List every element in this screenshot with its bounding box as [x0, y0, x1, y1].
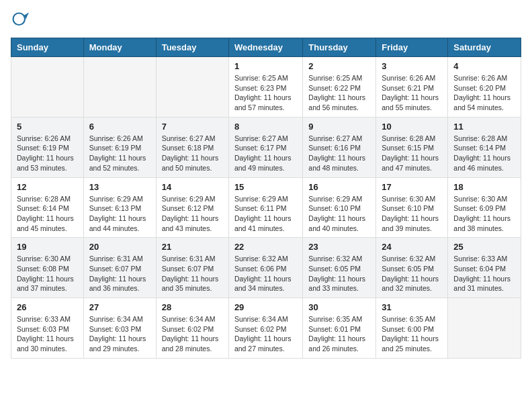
calendar-cell: 4Sunrise: 6:26 AM Sunset: 6:20 PM Daylig…: [448, 57, 521, 118]
day-number: 16: [308, 182, 370, 192]
weekday-header: Thursday: [303, 38, 376, 57]
day-number: 10: [382, 122, 442, 132]
day-number: 30: [308, 302, 370, 312]
calendar-cell: 17Sunrise: 6:30 AM Sunset: 6:10 PM Dayli…: [376, 177, 448, 238]
day-number: 25: [453, 242, 515, 252]
day-info: Sunrise: 6:29 AM Sunset: 6:10 PM Dayligh…: [308, 194, 370, 234]
day-info: Sunrise: 6:29 AM Sunset: 6:11 PM Dayligh…: [234, 194, 297, 234]
day-number: 17: [382, 182, 442, 192]
day-info: Sunrise: 6:28 AM Sunset: 6:15 PM Dayligh…: [382, 134, 442, 173]
calendar-cell: 28Sunrise: 6:34 AM Sunset: 6:02 PM Dayli…: [156, 298, 228, 359]
day-number: 20: [89, 242, 150, 252]
day-info: Sunrise: 6:26 AM Sunset: 6:21 PM Dayligh…: [382, 73, 442, 113]
day-info: Sunrise: 6:25 AM Sunset: 6:22 PM Dayligh…: [308, 73, 370, 113]
calendar-cell: 23Sunrise: 6:32 AM Sunset: 6:05 PM Dayli…: [303, 238, 376, 298]
calendar-cell: 6Sunrise: 6:26 AM Sunset: 6:19 PM Daylig…: [83, 117, 156, 177]
calendar-cell: [448, 298, 521, 359]
calendar-cell: 13Sunrise: 6:29 AM Sunset: 6:13 PM Dayli…: [83, 177, 156, 238]
day-number: 27: [89, 302, 150, 312]
svg-point-0: [13, 13, 26, 26]
day-number: 15: [234, 182, 297, 192]
day-number: 23: [308, 242, 370, 252]
day-number: 6: [89, 122, 150, 132]
day-number: 3: [382, 61, 442, 71]
day-number: 29: [234, 302, 297, 312]
day-number: 11: [453, 122, 515, 132]
weekday-header: Tuesday: [156, 38, 228, 57]
calendar-cell: 12Sunrise: 6:28 AM Sunset: 6:14 PM Dayli…: [11, 177, 84, 238]
day-info: Sunrise: 6:29 AM Sunset: 6:12 PM Dayligh…: [162, 194, 223, 234]
calendar-cell: 25Sunrise: 6:33 AM Sunset: 6:04 PM Dayli…: [448, 238, 521, 298]
day-number: 19: [17, 242, 78, 252]
day-info: Sunrise: 6:35 AM Sunset: 6:01 PM Dayligh…: [308, 314, 370, 354]
day-number: 13: [89, 182, 150, 192]
calendar-cell: 22Sunrise: 6:32 AM Sunset: 6:06 PM Dayli…: [228, 238, 302, 298]
calendar-cell: 27Sunrise: 6:34 AM Sunset: 6:03 PM Dayli…: [83, 298, 156, 359]
day-info: Sunrise: 6:34 AM Sunset: 6:02 PM Dayligh…: [162, 314, 223, 354]
day-number: 14: [162, 182, 223, 192]
day-number: 1: [234, 61, 297, 71]
page-header: [11, 11, 521, 30]
day-number: 8: [234, 122, 297, 132]
day-info: Sunrise: 6:34 AM Sunset: 6:02 PM Dayligh…: [234, 314, 297, 354]
calendar-cell: 9Sunrise: 6:27 AM Sunset: 6:16 PM Daylig…: [303, 117, 376, 177]
calendar-cell: 10Sunrise: 6:28 AM Sunset: 6:15 PM Dayli…: [376, 117, 448, 177]
calendar-cell: [156, 57, 228, 118]
day-number: 4: [453, 61, 515, 71]
calendar-cell: 2Sunrise: 6:25 AM Sunset: 6:22 PM Daylig…: [303, 57, 376, 118]
calendar-cell: 1Sunrise: 6:25 AM Sunset: 6:23 PM Daylig…: [228, 57, 302, 118]
calendar-cell: 30Sunrise: 6:35 AM Sunset: 6:01 PM Dayli…: [303, 298, 376, 359]
day-number: 18: [453, 182, 515, 192]
day-info: Sunrise: 6:33 AM Sunset: 6:03 PM Dayligh…: [17, 314, 78, 354]
calendar-cell: 3Sunrise: 6:26 AM Sunset: 6:21 PM Daylig…: [376, 57, 448, 118]
day-info: Sunrise: 6:31 AM Sunset: 6:07 PM Dayligh…: [162, 254, 223, 293]
day-info: Sunrise: 6:28 AM Sunset: 6:14 PM Dayligh…: [17, 194, 78, 234]
weekday-header: Sunday: [11, 38, 84, 57]
day-number: 26: [17, 302, 78, 312]
day-info: Sunrise: 6:27 AM Sunset: 6:18 PM Dayligh…: [162, 134, 223, 173]
calendar-cell: 15Sunrise: 6:29 AM Sunset: 6:11 PM Dayli…: [228, 177, 302, 238]
day-number: 7: [162, 122, 223, 132]
day-info: Sunrise: 6:30 AM Sunset: 6:08 PM Dayligh…: [17, 254, 78, 293]
day-number: 2: [308, 61, 370, 71]
weekday-header: Saturday: [448, 38, 521, 57]
weekday-header: Monday: [83, 38, 156, 57]
calendar-cell: 16Sunrise: 6:29 AM Sunset: 6:10 PM Dayli…: [303, 177, 376, 238]
day-info: Sunrise: 6:31 AM Sunset: 6:07 PM Dayligh…: [89, 254, 150, 293]
calendar-cell: 26Sunrise: 6:33 AM Sunset: 6:03 PM Dayli…: [11, 298, 84, 359]
day-info: Sunrise: 6:26 AM Sunset: 6:20 PM Dayligh…: [453, 73, 515, 113]
day-number: 9: [308, 122, 370, 132]
day-info: Sunrise: 6:33 AM Sunset: 6:04 PM Dayligh…: [453, 254, 515, 293]
day-info: Sunrise: 6:25 AM Sunset: 6:23 PM Dayligh…: [234, 73, 297, 113]
logo: [11, 11, 32, 30]
calendar-cell: 31Sunrise: 6:35 AM Sunset: 6:00 PM Dayli…: [376, 298, 448, 359]
day-info: Sunrise: 6:30 AM Sunset: 6:10 PM Dayligh…: [382, 194, 442, 234]
day-info: Sunrise: 6:32 AM Sunset: 6:06 PM Dayligh…: [234, 254, 297, 293]
day-info: Sunrise: 6:35 AM Sunset: 6:00 PM Dayligh…: [382, 314, 442, 354]
calendar-cell: 7Sunrise: 6:27 AM Sunset: 6:18 PM Daylig…: [156, 117, 228, 177]
day-number: 24: [382, 242, 442, 252]
calendar-cell: 24Sunrise: 6:32 AM Sunset: 6:05 PM Dayli…: [376, 238, 448, 298]
logo-icon: [11, 11, 30, 30]
calendar-cell: 19Sunrise: 6:30 AM Sunset: 6:08 PM Dayli…: [11, 238, 84, 298]
weekday-header: Wednesday: [228, 38, 302, 57]
weekday-header: Friday: [376, 38, 448, 57]
day-number: 12: [17, 182, 78, 192]
day-info: Sunrise: 6:34 AM Sunset: 6:03 PM Dayligh…: [89, 314, 150, 354]
calendar-cell: 11Sunrise: 6:28 AM Sunset: 6:14 PM Dayli…: [448, 117, 521, 177]
day-info: Sunrise: 6:29 AM Sunset: 6:13 PM Dayligh…: [89, 194, 150, 234]
calendar-cell: [11, 57, 84, 118]
calendar-cell: 29Sunrise: 6:34 AM Sunset: 6:02 PM Dayli…: [228, 298, 302, 359]
day-number: 21: [162, 242, 223, 252]
calendar-cell: 5Sunrise: 6:26 AM Sunset: 6:19 PM Daylig…: [11, 117, 84, 177]
day-info: Sunrise: 6:27 AM Sunset: 6:17 PM Dayligh…: [234, 134, 297, 173]
calendar-cell: 18Sunrise: 6:30 AM Sunset: 6:09 PM Dayli…: [448, 177, 521, 238]
day-number: 5: [17, 122, 78, 132]
day-number: 22: [234, 242, 297, 252]
day-info: Sunrise: 6:28 AM Sunset: 6:14 PM Dayligh…: [453, 134, 515, 173]
calendar-cell: 14Sunrise: 6:29 AM Sunset: 6:12 PM Dayli…: [156, 177, 228, 238]
day-info: Sunrise: 6:26 AM Sunset: 6:19 PM Dayligh…: [17, 134, 78, 173]
calendar-cell: 20Sunrise: 6:31 AM Sunset: 6:07 PM Dayli…: [83, 238, 156, 298]
day-number: 28: [162, 302, 223, 312]
day-info: Sunrise: 6:26 AM Sunset: 6:19 PM Dayligh…: [89, 134, 150, 173]
